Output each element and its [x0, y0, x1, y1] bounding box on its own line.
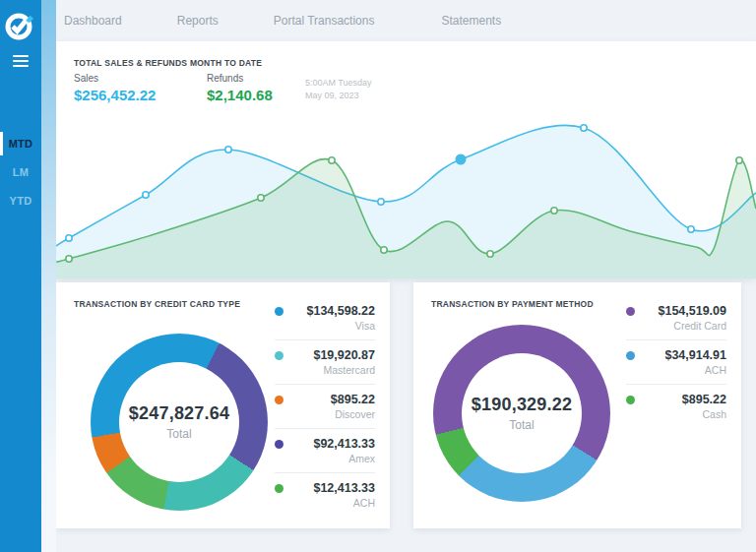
mastercard-dot-icon: [275, 351, 284, 360]
credit-card-type-donut-chart[interactable]: $247,827.64 Total: [91, 334, 268, 511]
payment-method-total-value: $190,329.22: [472, 395, 572, 415]
ach-label: ACH: [626, 364, 726, 376]
credit-card-total-value: $247,827.64: [129, 403, 229, 424]
amex-label: Amex: [275, 453, 375, 464]
nav-item-portal-transactions[interactable]: Portal Transactions: [274, 14, 375, 28]
discover-label: Discover: [275, 408, 375, 420]
ach-amount: $12,413.33: [290, 481, 375, 495]
sidebar-item-lm[interactable]: LM: [0, 159, 41, 185]
menu-icon[interactable]: [13, 55, 29, 67]
cash-label: Cash: [626, 408, 726, 420]
donut-center: $190,329.22 Total: [462, 353, 582, 473]
sidebar-accent-rail: [41, 0, 56, 552]
amex-amount: $92,413.33: [290, 437, 375, 451]
legend-item-amex[interactable]: $92,413.33 Amex: [275, 429, 375, 473]
payment-method-total-label: Total: [509, 418, 534, 432]
sales-refunds-card-title: TOTAL SALES & REFUNDS MONTH TO DATE: [74, 58, 262, 68]
sales-refunds-card: TOTAL SALES & REFUNDS MONTH TO DATE Sale…: [56, 41, 756, 278]
legend-item-cash[interactable]: $895.22 Cash: [626, 385, 726, 428]
visa-dot-icon: [275, 307, 284, 316]
mastercard-amount: $19,920.87: [290, 348, 375, 362]
sales-refunds-line-chart[interactable]: [56, 106, 756, 278]
sidebar-item-mtd[interactable]: MTD: [0, 131, 41, 156]
as-of-timestamp: 5:00AM Tuesday May 09, 2023: [305, 77, 372, 102]
credit-card-amount: $154,519.09: [642, 304, 726, 318]
top-navigation: Dashboard Reports Portal Transactions St…: [56, 0, 756, 41]
credit-card-label: Credit Card: [626, 320, 726, 332]
sales-value: $256,452.22: [74, 87, 156, 103]
payment-method-card: TRANSACTION BY PAYMENT METHOD $190,329.2…: [413, 282, 741, 528]
legend-item-visa[interactable]: $134,598.22 Visa: [275, 296, 375, 340]
credit-card-legend: $134,598.22 Visa $19,920.87 Mastercard $…: [275, 296, 375, 517]
legend-item-ach[interactable]: $34,914.91 ACH: [626, 340, 726, 385]
donut-center: $247,827.64 Total: [119, 362, 239, 482]
payment-method-title: TRANSACTION BY PAYMENT METHOD: [431, 299, 594, 309]
sales-stat: Sales $256,452.22: [74, 73, 156, 103]
discover-dot-icon: [275, 396, 284, 404]
mastercard-label: Mastercard: [275, 364, 375, 376]
legend-item-mastercard[interactable]: $19,920.87 Mastercard: [275, 340, 375, 385]
credit-card-dot-icon: [626, 307, 635, 316]
credit-card-total-label: Total: [166, 427, 191, 441]
ach-dot-icon: [275, 484, 284, 493]
legend-item-discover[interactable]: $895.22 Discover: [275, 385, 375, 429]
legend-item-ach[interactable]: $12,413.33 ACH: [275, 473, 375, 517]
app-logo-checkmark-icon[interactable]: [4, 10, 35, 41]
sidebar: MTD LM YTD: [0, 0, 41, 552]
nav-item-reports[interactable]: Reports: [177, 14, 219, 28]
sales-label: Sales: [74, 73, 156, 84]
payment-method-legend: $154,519.09 Credit Card $34,914.91 ACH $…: [626, 296, 726, 428]
payment-method-donut-chart[interactable]: $190,329.22 Total: [433, 325, 610, 502]
cash-amount: $895.22: [642, 393, 726, 406]
ach-dot-icon: [626, 351, 635, 360]
refunds-stat: Refunds $2,140.68: [207, 73, 273, 103]
as-of-time: 5:00AM Tuesday: [305, 77, 372, 90]
visa-label: Visa: [275, 320, 375, 332]
credit-card-type-title: TRANSACTION BY CREDIT CARD TYPE: [74, 299, 240, 309]
ach-label: ACH: [275, 497, 375, 509]
as-of-date: May 09, 2023: [305, 90, 372, 102]
refunds-label: Refunds: [207, 73, 273, 84]
nav-item-dashboard[interactable]: Dashboard: [64, 14, 122, 28]
visa-amount: $134,598.22: [290, 304, 375, 318]
refunds-value: $2,140.68: [207, 87, 273, 103]
legend-item-credit-card[interactable]: $154,519.09 Credit Card: [626, 296, 726, 340]
sidebar-item-ytd[interactable]: YTD: [0, 188, 41, 214]
amex-dot-icon: [275, 440, 284, 449]
period-menu: MTD LM YTD: [0, 131, 41, 216]
discover-amount: $895.22: [290, 393, 375, 406]
nav-item-statements[interactable]: Statements: [441, 14, 501, 28]
ach-amount: $34,914.91: [642, 348, 726, 362]
credit-card-type-card: TRANSACTION BY CREDIT CARD TYPE $247,827…: [56, 282, 390, 528]
cash-dot-icon: [626, 396, 635, 404]
